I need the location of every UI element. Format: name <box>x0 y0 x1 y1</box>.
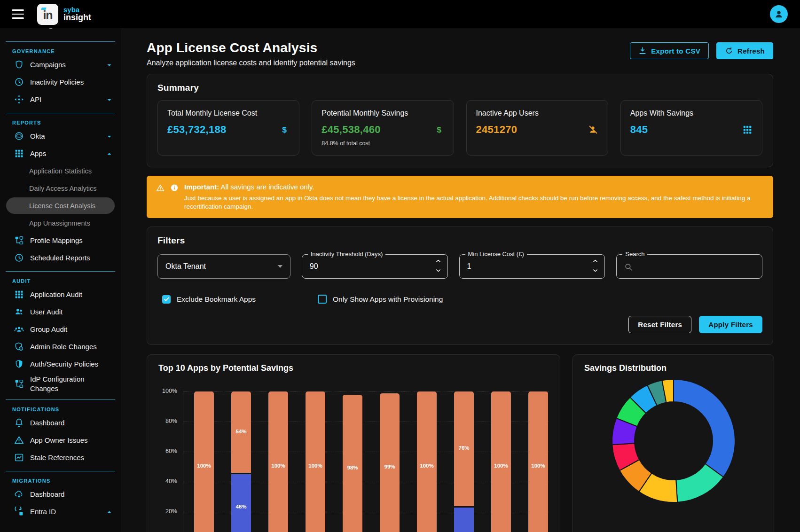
sidebar-subitem-license-cost-analysis[interactable]: License Cost Analysis <box>6 197 115 214</box>
app-logo: in <box>37 4 58 25</box>
bar-app-3[interactable]: 100% <box>268 381 288 532</box>
bar-value-label: 46% <box>227 504 256 509</box>
inactivity-threshold-label: Inactivity Threshold (Days) <box>308 250 386 258</box>
sidebar-item-okta[interactable]: Okta <box>0 127 121 145</box>
bar-value-label: 100% <box>486 463 516 469</box>
sidebar-section-label: MIGRATIONS <box>0 472 121 485</box>
bar-segment-savings <box>194 391 214 532</box>
bar-app-4[interactable]: 100% <box>306 381 325 532</box>
bar-app-2[interactable]: 46%54% <box>231 381 251 532</box>
bar-value-label: 99% <box>375 464 404 469</box>
sidebar-item-label: Dashboard <box>30 490 64 499</box>
sidebar-item-inactivity-policies[interactable]: Inactivity Policies <box>0 73 121 91</box>
info-icon <box>170 183 179 191</box>
sidebar-item-label: User Audit <box>30 307 63 317</box>
sidebar-item-stale-references[interactable]: Stale References <box>0 449 121 466</box>
sidebar-subitem-application-statistics[interactable]: Application Statistics <box>0 162 121 180</box>
stat-label: Potential Monthly Savings <box>322 109 444 117</box>
refresh-icon <box>725 47 733 55</box>
sidebar-item-auth-security-policies[interactable]: Auth/Security Policies <box>0 355 121 373</box>
increment-icon[interactable] <box>434 258 443 266</box>
bar-value-label: 98% <box>338 465 367 470</box>
apply-filters-button[interactable]: Apply Filters <box>699 316 762 333</box>
bar-app-10[interactable]: 100% <box>528 381 548 532</box>
cloud-sync-icon <box>14 489 24 499</box>
logo-text: in <box>43 8 52 22</box>
y-axis-line <box>183 389 183 532</box>
grid-icon <box>14 289 24 299</box>
increment-icon[interactable] <box>591 258 600 266</box>
sidebar-item-dashboard[interactable]: Dashboard <box>0 485 121 503</box>
dollar-icon: $ <box>279 125 290 135</box>
sidebar-divider <box>6 399 115 400</box>
sidebar-item-application-audit[interactable]: Application Audit <box>0 286 121 303</box>
sidebar-divider <box>6 271 115 272</box>
brand-name: syba insight <box>63 6 91 22</box>
bar-app-7[interactable]: 100% <box>417 381 437 532</box>
grid-icon <box>14 149 24 158</box>
cloud-icon <box>14 131 24 141</box>
page-title: App License Cost Analysis <box>147 40 355 55</box>
decrement-icon[interactable] <box>591 267 600 275</box>
user-avatar[interactable] <box>770 5 788 23</box>
person-off-icon <box>588 125 598 135</box>
sidebar-item-label: Profile Mappings <box>30 236 83 245</box>
bar-segment-savings <box>417 391 437 532</box>
page-subtitle: Analyze application license costs and id… <box>147 59 355 67</box>
clock-icon <box>14 77 24 87</box>
okta-tenant-select[interactable]: Okta Tenant <box>157 254 290 279</box>
bar-chart-card: Top 10 Apps by Potential Savings 100%80%… <box>147 354 560 532</box>
sidebar-item-scheduled-reports[interactable]: Scheduled Reports <box>0 249 121 266</box>
sidebar-item-label: Group Audit <box>30 325 67 334</box>
bar-value-label: 100% <box>412 463 441 469</box>
decrement-icon[interactable] <box>434 267 443 275</box>
stat-card: Inactive App Users2451270 <box>466 100 608 156</box>
sidebar-item-app-owner-issues[interactable]: App Owner Issues <box>0 431 121 449</box>
reset-filters-button[interactable]: Reset Filters <box>628 316 691 333</box>
sidebar-item-api[interactable]: API <box>0 91 121 108</box>
sidebar-divider <box>6 41 115 42</box>
bar-app-6[interactable]: 99% <box>380 381 400 532</box>
stat-subtext: 84.8% of total cost <box>322 140 444 147</box>
sidebar-item-label: Application Audit <box>30 290 82 299</box>
sidebar-item-idp-configuration-changes[interactable]: IdP Configuration Changes <box>0 373 121 395</box>
sidebar-item-apps[interactable]: Apps <box>0 145 121 162</box>
sidebar: GOVERNANCECampaignsInactivity PoliciesAP… <box>0 28 121 532</box>
bar-chart-plot: 100%80%60%40%20%100%46%54%100%100%98%99%… <box>158 381 549 532</box>
sidebar-item-campaigns[interactable]: Campaigns <box>0 56 121 73</box>
exclude-bookmark-apps-checkbox[interactable]: Exclude Bookmark Apps <box>162 295 318 304</box>
chevron-down-icon <box>106 133 112 139</box>
sidebar-item-user-audit[interactable]: User Audit <box>0 303 121 321</box>
sidebar-section-label: NOTIFICATIONS <box>0 401 121 414</box>
min-license-cost-field[interactable]: Min License Cost (£) 1 <box>459 254 605 279</box>
sidebar-item-group-audit[interactable]: Group Audit <box>0 321 121 338</box>
bar-app-1[interactable]: 100% <box>194 381 214 532</box>
export-csv-button[interactable]: Export to CSV <box>630 42 709 59</box>
stat-value: 2451270 <box>476 124 518 136</box>
topbar: in syba insight <box>0 0 800 28</box>
shield-half-icon <box>14 359 24 369</box>
donut-slice-1[interactable] <box>674 379 735 477</box>
bar-app-9[interactable]: 100% <box>491 381 511 532</box>
banner-title-rest: All savings are indicative only. <box>219 183 314 191</box>
bar-app-5[interactable]: 98% <box>343 381 362 532</box>
sidebar-item-profile-mappings[interactable]: Profile Mappings <box>0 232 121 249</box>
min-license-cost-label: Min License Cost (£) <box>465 250 527 258</box>
only-provisioning-checkbox[interactable]: Only Show Apps with Provisioning <box>318 295 443 304</box>
sidebar-item-entra-id[interactable]: Entra ID <box>0 503 121 520</box>
banner-body: Just because a user is assigned an app i… <box>184 194 764 211</box>
donut-chart-card: Savings Distribution <box>573 354 774 532</box>
warning-triangle-icon <box>156 183 165 191</box>
hamburger-menu-icon[interactable] <box>12 9 24 19</box>
sidebar-subitem-app-unassignments[interactable]: App Unassignments <box>0 214 121 232</box>
sidebar-subitem-daily-access-analytics[interactable]: Daily Access Analytics <box>0 180 121 197</box>
sidebar-divider <box>6 471 115 471</box>
search-input[interactable]: Search <box>616 254 762 279</box>
sidebar-item-admin-role-changes[interactable]: Admin Role Changes <box>0 338 121 355</box>
inactivity-threshold-field[interactable]: Inactivity Threshold (Days) 90 <box>302 254 448 279</box>
bar-app-8[interactable]: 76% <box>454 381 474 532</box>
bar-value-label: 100% <box>301 463 330 469</box>
refresh-button[interactable]: Refresh <box>716 42 773 59</box>
stat-value: £45,538,460 <box>322 124 381 136</box>
sidebar-item-dashboard[interactable]: Dashboard <box>0 414 121 431</box>
